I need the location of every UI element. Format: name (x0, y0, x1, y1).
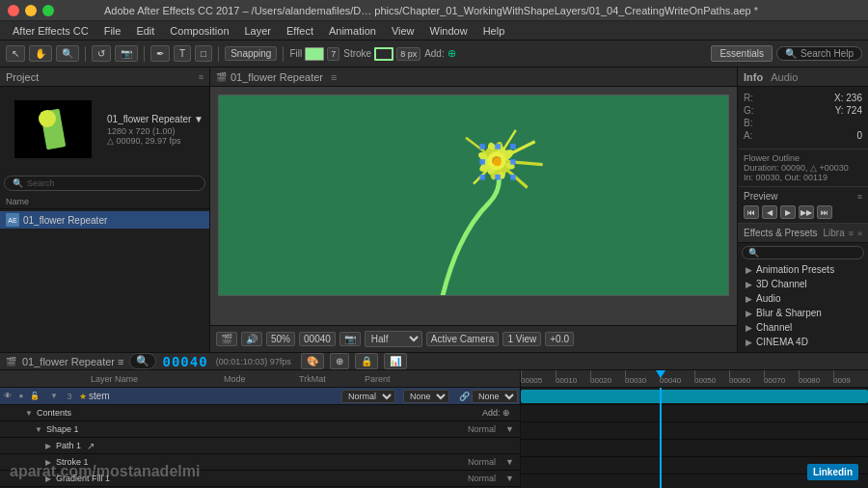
preview-play[interactable]: ▶ (780, 205, 796, 219)
project-file-item[interactable]: AE 01_flower Repeater (0, 211, 209, 229)
contents-add[interactable]: Add: ⊕ (482, 408, 510, 418)
menu-file[interactable]: File (97, 23, 128, 39)
comp-resolution[interactable]: 50% (266, 332, 295, 346)
shape1-expand[interactable]: ▼ (33, 423, 44, 435)
tl-tool-4[interactable]: 📊 (384, 353, 407, 369)
preview-first[interactable]: ⏮ (744, 205, 759, 219)
layer-trkmat-select[interactable]: None (403, 390, 449, 403)
layer-star[interactable]: ★ (79, 392, 87, 401)
track-path1[interactable] (521, 440, 868, 457)
rotate-tool[interactable]: ↺ (92, 45, 111, 62)
timeline-search[interactable]: 🔍 (129, 353, 156, 369)
menu-view[interactable]: View (385, 23, 421, 39)
file-icon: AE (6, 213, 19, 227)
timeline-timecode[interactable]: 00040 (162, 354, 207, 369)
sublayer-stroke1[interactable]: ▶ Stroke 1 Normal ▼ (0, 454, 520, 471)
effect-blur-sharpen[interactable]: ▶ Blur & Sharpen (738, 306, 868, 320)
comp-active-camera[interactable]: Active Camera (426, 332, 500, 346)
layer-expand[interactable]: ▼ (48, 391, 60, 402)
gradfill1-expand[interactable]: ▶ (42, 473, 54, 484)
add-icon[interactable]: ⊕ (448, 47, 456, 60)
cursor-indicator: ↗ (87, 441, 95, 451)
layer-solo[interactable]: ● (15, 391, 27, 402)
fill-control[interactable]: Fill 7 (289, 47, 339, 61)
essentials-btn[interactable]: Essentials (711, 45, 773, 62)
layer-stem[interactable]: 👁 ● 🔓 ▼ 3 ★ stem Normal (0, 388, 520, 405)
info-panel-header: Info Audio (738, 68, 868, 87)
sublayer-path1[interactable]: ▶ Path 1 ↗ (0, 438, 520, 454)
stroke-control[interactable]: Stroke 8 px (343, 47, 420, 61)
comp-menu-icon[interactable]: ≡ (331, 71, 337, 83)
camera-tool[interactable]: 📷 (115, 45, 138, 62)
sublayer-contents[interactable]: ▼ Contents Add: ⊕ (0, 405, 520, 421)
shape-tool[interactable]: □ (195, 45, 212, 62)
stroke-swatch[interactable] (374, 47, 393, 61)
menu-window[interactable]: Window (423, 23, 475, 39)
info-tab[interactable]: Info (744, 71, 763, 83)
info-content: R: X: 236 G: Y: 724 B: A: 0 (738, 87, 868, 149)
pen-tool[interactable]: ✒ (150, 45, 170, 62)
layer-visibility[interactable]: 👁 (2, 391, 14, 402)
layer-rows: 👁 ● 🔓 ▼ 3 ★ stem Normal (0, 388, 520, 488)
preview-prev[interactable]: ◀ (762, 205, 777, 219)
hand-tool[interactable]: ✋ (29, 45, 52, 62)
timeline-comp-name[interactable]: 01_flower Repeater ≡ (22, 356, 123, 367)
path1-expand[interactable]: ▶ (42, 440, 54, 451)
text-tool[interactable]: T (174, 45, 191, 62)
fill-swatch[interactable] (305, 47, 324, 61)
preview-next[interactable]: ▶▶ (799, 205, 814, 219)
comp-always-preview[interactable]: 🎬 (216, 332, 237, 346)
layer-mode-select[interactable]: Normal (341, 390, 395, 403)
track-contents[interactable] (521, 405, 868, 422)
sublayer-shape1[interactable]: ▼ Shape 1 Normal ▼ (0, 421, 520, 438)
selection-tool[interactable]: ↖ (6, 45, 25, 62)
preview-last[interactable]: ⏭ (817, 205, 832, 219)
effect-3d-channel[interactable]: ▶ 3D Channel (738, 277, 868, 291)
svg-rect-16 (510, 159, 516, 165)
layer-lock[interactable]: 🔓 (29, 391, 41, 402)
menu-bar: After Effects CC File Edit Composition L… (0, 21, 868, 41)
menu-edit[interactable]: Edit (129, 23, 161, 39)
playhead-marker (656, 370, 665, 378)
fill-number: 7 (327, 47, 339, 61)
menu-effect[interactable]: Effect (280, 23, 320, 39)
menu-composition[interactable]: Composition (163, 23, 235, 39)
project-dimensions: 1280 x 720 (1.00) (107, 126, 203, 136)
comp-adjust[interactable]: +0.0 (545, 332, 574, 346)
track-shape1[interactable] (521, 422, 868, 440)
track-stem[interactable] (521, 388, 868, 405)
project-search[interactable]: 🔍 Search (4, 176, 205, 191)
tl-tool-2[interactable]: ⊕ (330, 353, 349, 369)
layer-parent-select[interactable]: None (472, 390, 518, 403)
effect-audio[interactable]: ▶ Audio (738, 291, 868, 306)
comp-frame[interactable]: 00040 (299, 332, 336, 346)
comp-camera[interactable]: 📷 (339, 332, 361, 346)
comp-audio-toggle[interactable]: 🔊 (241, 332, 262, 346)
sublayer-gradfill1[interactable]: ▶ Gradient Fill 1 Normal ▼ (0, 471, 520, 487)
tl-tool-3[interactable]: 🔒 (355, 353, 378, 369)
menu-layer[interactable]: Layer (238, 23, 279, 39)
comp-view[interactable]: 1 View (502, 332, 541, 346)
project-menu-icon[interactable]: ≡ (199, 72, 203, 82)
audio-tab[interactable]: Audio (771, 71, 798, 83)
menu-animation[interactable]: Animation (322, 23, 383, 39)
effect-animation-presets[interactable]: ▶ Animation Presets (738, 262, 868, 277)
snapping-toggle[interactable]: Snapping (225, 46, 277, 61)
preview-menu[interactable]: ≡ (857, 192, 862, 202)
comp-tab-label[interactable]: 01_flower Repeater (231, 71, 323, 83)
tl-tool-1[interactable]: 🎨 (301, 353, 324, 369)
comp-quality-select[interactable]: Half Full Quarter (365, 331, 422, 347)
effects-expand[interactable]: » (857, 229, 862, 238)
effect-channel[interactable]: ▶ Channel (738, 320, 868, 335)
effects-menu[interactable]: ≡ (849, 229, 854, 238)
effects-search[interactable]: 🔍 (742, 246, 864, 259)
contents-expand[interactable]: ▼ (23, 407, 35, 419)
menu-after-effects[interactable]: After Effects CC (6, 23, 95, 39)
comp-viewport[interactable] (210, 87, 737, 325)
menu-help[interactable]: Help (476, 23, 512, 39)
effect-cinema4d[interactable]: ▶ CINEMA 4D (738, 335, 868, 349)
libra-label[interactable]: Libra (823, 228, 844, 238)
stroke1-expand[interactable]: ▶ (42, 456, 54, 468)
zoom-tool[interactable]: 🔍 (56, 45, 79, 62)
search-box[interactable]: 🔍 Search Help (776, 46, 862, 61)
